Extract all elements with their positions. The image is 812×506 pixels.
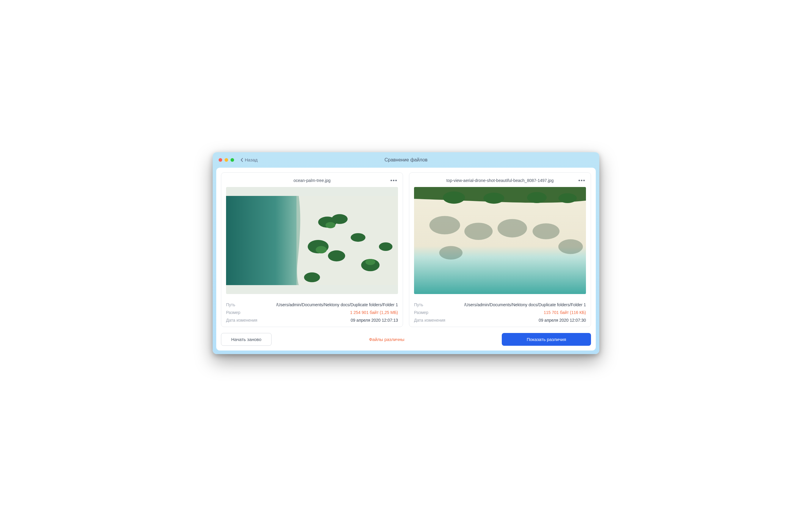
ellipsis-icon [578,180,580,181]
svg-point-21 [483,192,504,203]
meta-path-row: Путь /Users/admin/Documents/Nektony docs… [414,302,586,307]
svg-point-16 [498,219,527,237]
meta-path-value: /Users/admin/Documents/Nektony docs/Dupl… [464,302,586,307]
meta-modified-row: Дата изменения 09 апреля 2020 12:07:30 [414,318,586,323]
file-card-header: top-view-aerial-drone-shot-beautiful-bea… [414,177,586,183]
meta-path-value: /Users/admin/Documents/Nektony docs/Dupl… [276,302,398,307]
svg-point-5 [328,250,345,261]
svg-point-8 [379,242,392,251]
window-title: Сравнение файлов [213,157,599,163]
close-window-button[interactable] [219,158,222,162]
meta-size-row: Размер 115 701 байт (116 КБ) [414,310,586,315]
main-content: ocean-palm-tree.jpg [216,168,596,350]
file-card-right: top-view-aerial-drone-shot-beautiful-bea… [409,172,591,327]
meta-size-label: Размер [414,310,428,315]
compare-status: Файлы различны [277,337,496,342]
zoom-window-button[interactable] [231,158,234,162]
more-menu-button[interactable] [389,178,398,182]
meta-path-label: Путь [414,302,423,307]
app-window: Назад Сравнение файлов ocean-palm-tree.j… [213,152,599,354]
meta-modified-label: Дата изменения [226,318,257,323]
back-label: Назад [245,157,258,162]
svg-rect-13 [414,187,586,294]
file-card-left: ocean-palm-tree.jpg [221,172,403,327]
svg-point-12 [366,259,375,265]
svg-point-11 [316,246,327,253]
titlebar: Назад Сравнение файлов [213,152,599,168]
ellipsis-icon [391,180,392,181]
file-name: top-view-aerial-drone-shot-beautiful-bea… [446,178,554,183]
meta-modified-value: 09 апреля 2020 12:07:13 [351,318,398,323]
svg-point-6 [351,233,366,242]
image-preview [226,187,398,294]
svg-point-20 [443,191,465,203]
svg-point-9 [304,272,320,282]
more-menu-button[interactable] [577,178,586,182]
meta-size-value: 1 254 901 байт (1,25 МБ) [350,310,398,315]
svg-rect-1 [226,196,297,285]
meta-modified-value: 09 апреля 2020 12:07:30 [539,318,586,323]
file-meta: Путь /Users/admin/Documents/Nektony docs… [414,302,586,323]
svg-point-18 [558,239,583,254]
svg-point-17 [533,223,560,239]
minimize-window-button[interactable] [225,158,228,162]
file-name: ocean-palm-tree.jpg [294,178,331,183]
compare-row: ocean-palm-tree.jpg [221,172,591,327]
show-differences-button[interactable]: Показать различия [502,333,591,346]
meta-path-label: Путь [226,302,235,307]
image-preview [414,187,586,294]
window-controls [219,158,234,162]
svg-point-22 [527,192,547,203]
svg-point-3 [332,214,348,224]
footer: Начать заново Файлы различны Показать ра… [221,333,591,346]
file-meta: Путь /Users/admin/Documents/Nektony docs… [226,302,398,323]
meta-modified-row: Дата изменения 09 апреля 2020 12:07:13 [226,318,398,323]
restart-button[interactable]: Начать заново [221,333,271,346]
meta-size-label: Размер [226,310,240,315]
meta-size-row: Размер 1 254 901 байт (1,25 МБ) [226,310,398,315]
meta-path-row: Путь /Users/admin/Documents/Nektony docs… [226,302,398,307]
svg-point-10 [325,222,335,228]
svg-point-15 [464,223,493,240]
chevron-left-icon [241,158,243,162]
svg-point-19 [439,246,463,259]
svg-point-23 [558,193,577,203]
meta-modified-label: Дата изменения [414,318,445,323]
file-card-header: ocean-palm-tree.jpg [226,177,398,183]
meta-size-value: 115 701 байт (116 КБ) [544,310,586,315]
svg-point-14 [429,216,460,234]
back-button[interactable]: Назад [241,157,258,162]
